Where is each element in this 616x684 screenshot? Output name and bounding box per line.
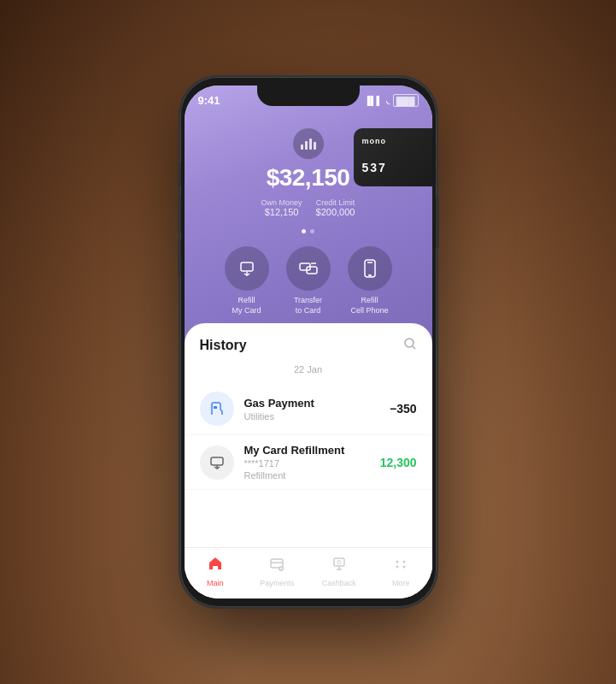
credit-limit-label: Credit Limit — [316, 198, 355, 207]
svg-rect-14 — [214, 406, 217, 409]
refill-phone-icon — [348, 246, 392, 291]
refill-cell-phone-button[interactable]: RefillCell Phone — [348, 246, 392, 315]
volume-down-button — [178, 239, 181, 277]
mono-card: mono 537 — [354, 128, 432, 186]
refill-card-icon — [225, 246, 269, 291]
transfer-card-icon — [286, 246, 331, 291]
svg-point-29 — [396, 565, 399, 568]
svg-rect-10 — [368, 274, 372, 276]
transaction-card-refillment: My Card Refillment ****1717 Refillment 1… — [185, 435, 432, 490]
gas-payment-name: Gas Payment — [244, 397, 390, 410]
date-separator-jan22: 22 Jan — [185, 361, 432, 383]
balance-chart-icon — [293, 128, 324, 159]
gas-payment-sub: Utilities — [244, 411, 390, 422]
signal-icon: ▐▌▌ — [364, 96, 382, 105]
transaction-gas-payment: Gas Payment Utilities −350 — [185, 383, 432, 435]
refill-card-label: RefillMy Card — [232, 296, 261, 315]
card-refillment-icon — [200, 445, 234, 480]
own-money-value: $12,150 — [265, 207, 299, 217]
tab-more[interactable]: More — [370, 555, 432, 587]
history-header: History — [185, 323, 432, 361]
svg-rect-0 — [301, 144, 303, 150]
refill-cell-phone-label: RefillCell Phone — [350, 296, 388, 315]
gas-payment-info: Gas Payment Utilities — [244, 397, 390, 422]
refill-my-card-button[interactable]: RefillMy Card — [225, 246, 269, 315]
tab-main[interactable]: Main — [185, 555, 247, 587]
action-buttons: RefillMy Card Transferto Card — [185, 246, 432, 315]
mute-button — [178, 162, 181, 186]
credit-limit-detail: Credit Limit $200,000 — [316, 198, 355, 217]
balance-details: Own Money $12,150 Credit Limit $200,000 — [261, 198, 355, 217]
page-dots — [185, 229, 432, 233]
card-refillment-sub: Refillment — [244, 470, 380, 481]
search-button[interactable] — [403, 337, 417, 354]
header-area — [185, 86, 432, 359]
gas-payment-amount: −350 — [390, 402, 417, 416]
screen: 9:41 ▐▌▌ ◟ ▓▓▓ mono 537 — [185, 86, 432, 598]
wifi-icon: ◟ — [386, 96, 390, 105]
tab-bar: Main Pay — [185, 547, 432, 598]
svg-line-13 — [413, 346, 415, 349]
card-refillment-sub2: ****1717 — [244, 458, 380, 469]
dot-2 — [310, 229, 314, 233]
tab-main-label: Main — [207, 579, 224, 587]
volume-up-button — [178, 195, 181, 233]
tab-payments-label: Payments — [260, 579, 294, 587]
card-brand: mono — [362, 137, 387, 145]
notch — [257, 86, 360, 106]
gas-payment-icon — [200, 392, 234, 426]
cashback-icon — [331, 555, 348, 576]
svg-rect-3 — [314, 142, 316, 150]
history-sheet: History 22 Jan — [185, 323, 432, 598]
svg-point-27 — [396, 560, 399, 563]
own-money-label: Own Money — [261, 198, 302, 207]
svg-point-26 — [337, 560, 341, 563]
svg-point-28 — [403, 560, 406, 563]
history-title: History — [200, 338, 247, 353]
tab-cashback[interactable]: Cashback — [308, 555, 371, 587]
tab-more-label: More — [392, 579, 410, 587]
card-refillment-name: My Card Refillment — [244, 444, 380, 457]
balance-amount: $32,150 — [267, 164, 350, 192]
svg-rect-2 — [309, 139, 312, 150]
status-time: 9:41 — [198, 94, 220, 107]
tab-payments[interactable]: Payments — [246, 555, 308, 587]
phone-frame: 9:41 ▐▌▌ ◟ ▓▓▓ mono 537 — [180, 77, 437, 607]
tab-cashback-label: Cashback — [322, 579, 356, 587]
svg-point-12 — [405, 339, 414, 347]
dot-1 — [302, 229, 306, 233]
transfer-to-card-label: Transferto Card — [294, 296, 322, 315]
scene: 9:41 ▐▌▌ ◟ ▓▓▓ mono 537 — [0, 0, 616, 684]
svg-point-30 — [403, 565, 406, 568]
transfer-to-card-button[interactable]: Transferto Card — [286, 246, 331, 315]
more-icon — [392, 555, 409, 576]
credit-limit-value: $200,000 — [316, 207, 355, 217]
own-money-detail: Own Money $12,150 — [261, 198, 302, 217]
card-refillment-amount: 12,300 — [380, 456, 417, 469]
home-icon — [207, 555, 224, 576]
status-icons: ▐▌▌ ◟ ▓▓▓ — [364, 94, 418, 107]
battery-icon: ▓▓▓ — [393, 94, 419, 107]
svg-rect-15 — [211, 457, 223, 465]
payments-icon — [268, 555, 285, 576]
card-number-partial: 537 — [362, 161, 387, 174]
svg-rect-4 — [241, 262, 253, 271]
svg-rect-1 — [305, 141, 308, 150]
card-refillment-info: My Card Refillment ****1717 Refillment — [244, 444, 380, 481]
power-button — [436, 197, 439, 248]
svg-rect-23 — [334, 558, 344, 566]
